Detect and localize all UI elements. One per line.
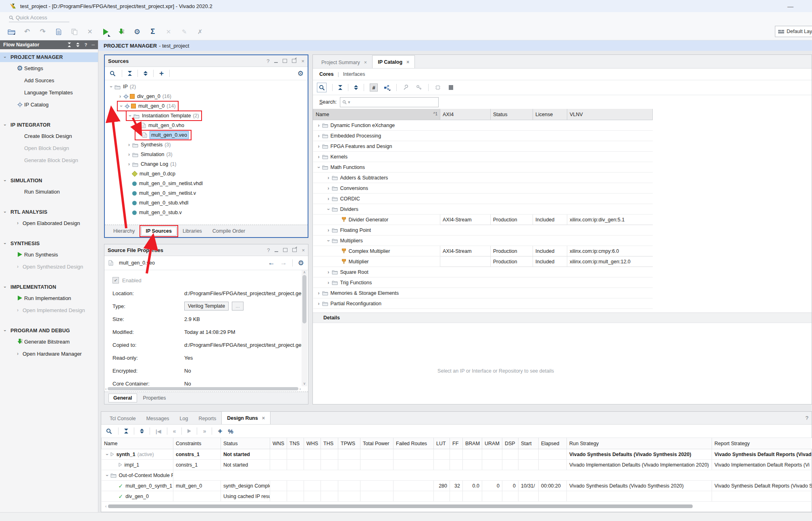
collapse-chevron-icon[interactable]: › (326, 206, 331, 213)
step-back-icon[interactable]: « (173, 428, 176, 434)
catalog-row[interactable]: ›Math Functions (313, 162, 653, 173)
minimize-window-icon[interactable]: — (787, 3, 793, 10)
license-key-icon[interactable] (415, 84, 423, 91)
tab-general[interactable]: General (108, 394, 137, 402)
tree-row[interactable]: ›Change Log(1) (105, 159, 308, 169)
copy-button[interactable] (70, 28, 78, 36)
forward-arrow-icon[interactable]: → (280, 259, 287, 267)
tab-properties[interactable]: Properties (139, 394, 171, 402)
layout-selector-button[interactable]: Default Layout (775, 26, 812, 37)
checkbox-checked-icon[interactable]: ✔ (112, 277, 119, 283)
catalog-row[interactable]: ›CORDIC (313, 194, 653, 204)
column-header-axi4[interactable]: AXI4 (440, 109, 491, 120)
runs-column-dsp[interactable]: DSP (502, 438, 518, 449)
bottom-tab-reports[interactable]: Reports (193, 413, 221, 424)
column-header-name[interactable]: Name^1 (313, 109, 440, 120)
search-icon[interactable] (109, 70, 116, 77)
runs-column-elapsed[interactable]: Elapsed (539, 438, 567, 449)
back-arrow-icon[interactable]: ← (268, 259, 275, 267)
catalog-search-input[interactable]: ▾ (340, 97, 439, 107)
minimize-panel-icon[interactable]: ─ (92, 42, 95, 47)
expand-all-icon[interactable] (76, 42, 80, 47)
run-button[interactable] (102, 28, 110, 36)
bottom-tab-messages[interactable]: Messages (141, 413, 175, 424)
clear-marker-button[interactable]: ✗ (196, 28, 204, 36)
panel-float-icon[interactable] (292, 248, 297, 252)
tree-row[interactable]: mult_gen_0_sim_netlist.v (105, 188, 308, 198)
flow-section-project-manager[interactable]: ›PROJECT MANAGER (0, 52, 98, 62)
type-button[interactable]: Verilog Template (184, 302, 229, 311)
catalog-row[interactable]: ›Floating Point (313, 225, 653, 235)
expand-chevron-icon[interactable]: › (325, 185, 332, 191)
catalog-row[interactable]: ›FPGA Features and Design (313, 141, 653, 152)
expand-all-icon[interactable] (140, 429, 144, 433)
runs-column-start[interactable]: Start (518, 438, 539, 449)
undo-button[interactable]: ↶ (23, 28, 31, 36)
column-header-status[interactable]: Status (491, 109, 533, 120)
sum-reports-button[interactable]: Σ (149, 28, 157, 36)
catalog-row[interactable]: ›Partial Reconfiguration (313, 298, 653, 309)
flow-section-program-and-debug[interactable]: ›PROGRAM AND DEBUG (0, 326, 98, 336)
catalog-row[interactable]: ›Kernels (313, 152, 653, 162)
subtab-cores[interactable]: Cores (319, 71, 333, 77)
panel-maximize-icon[interactable] (283, 248, 287, 252)
tree-row[interactable]: ›Instantiation Template(2) (105, 111, 308, 121)
catalog-row[interactable]: ›Square Root (313, 267, 653, 277)
close-tab-icon[interactable]: × (364, 60, 367, 65)
panel-minimize-icon[interactable] (274, 62, 278, 63)
collapse-all-icon[interactable] (67, 42, 71, 47)
catalog-row[interactable]: ›Trig Functions (313, 277, 653, 288)
more-options-button[interactable]: ... (232, 302, 243, 311)
tree-row[interactable]: ›IP(2) (105, 82, 308, 92)
panel-help-icon[interactable]: ? (267, 58, 269, 64)
flow-item-open-elaborated-design[interactable]: ›Open Elaborated Design (0, 217, 98, 229)
expand-all-icon[interactable] (354, 85, 358, 90)
subtab-interfaces[interactable]: Interfaces (343, 71, 365, 77)
flow-item-run-implementation[interactable]: Run Implementation (0, 292, 98, 304)
panel-close-icon[interactable]: × (302, 247, 305, 253)
flow-item-create-block-design[interactable]: Create Block Design (0, 130, 98, 142)
expand-chevron-icon[interactable]: › (117, 94, 123, 99)
catalog-header-row[interactable]: Name^1AXI4StatusLicenseVLNV (313, 109, 653, 120)
catalog-row[interactable]: ›Multipliers (313, 235, 653, 246)
runs-column-tpws[interactable]: TPWS (338, 438, 360, 449)
runs-column-failed-routes[interactable]: Failed Routes (394, 438, 434, 449)
flow-item-language-templates[interactable]: Language Templates (0, 86, 98, 98)
flow-item-settings[interactable]: ⚙Settings (0, 62, 98, 74)
collapse-chevron-icon[interactable]: › (316, 164, 322, 171)
expand-chevron-icon[interactable]: › (325, 280, 332, 286)
flow-section-implementation[interactable]: ›IMPLEMENTATION (0, 282, 98, 292)
column-header-license[interactable]: License (533, 109, 567, 120)
runs-column-name[interactable]: Name (102, 438, 173, 449)
runs-column-report-strategy[interactable]: Report Strategy (712, 438, 812, 449)
column-header-vlnv[interactable]: VLNV (567, 109, 653, 120)
catalog-row[interactable]: MultiplierProductionIncludedxilinx.com:i… (313, 256, 653, 267)
catalog-row[interactable]: ›Adders & Subtracters (313, 173, 653, 183)
runs-column-tns[interactable]: TNS (287, 438, 304, 449)
flow-section-synthesis[interactable]: ›SYNTHESIS (0, 239, 98, 248)
ip-hierarchy-icon[interactable] (383, 84, 391, 91)
tab-libraries[interactable]: Libraries (178, 227, 206, 235)
runs-column-total-power[interactable]: Total Power (360, 438, 394, 449)
runs-column-uram[interactable]: URAM (482, 438, 502, 449)
catalog-row[interactable]: ›Conversions (313, 183, 653, 194)
panel-maximize-icon[interactable] (283, 59, 287, 63)
percent-icon[interactable]: % (228, 428, 233, 435)
catalog-row[interactable]: Divider GeneratorAXI4-StreamProductionIn… (313, 215, 653, 225)
collapse-chevron-icon[interactable]: › (127, 113, 133, 119)
panel-float-icon[interactable] (292, 59, 296, 63)
runs-column-status[interactable]: Status (221, 438, 270, 449)
settings-gear-icon[interactable]: ⚙ (133, 28, 141, 36)
group-by-filter-icon[interactable]: # (370, 83, 378, 92)
search-icon[interactable] (317, 83, 327, 92)
expand-chevron-icon[interactable]: › (316, 123, 322, 128)
chip-icon[interactable] (434, 84, 441, 91)
tab-hierarchy[interactable]: Hierarchy (109, 227, 139, 235)
expand-chevron-icon[interactable]: › (126, 152, 132, 157)
horizontal-scrollbar[interactable]: ‹› (105, 386, 301, 391)
expand-chevron-icon[interactable]: › (126, 142, 132, 148)
bottom-tab-design-runs[interactable]: Design Runs× (221, 411, 271, 424)
flow-item-open-hardware-manager[interactable]: ›Open Hardware Manager (0, 348, 98, 360)
flow-item-run-synthesis[interactable]: Run Synthesis (0, 248, 98, 260)
panel-help-icon[interactable]: ? (267, 247, 270, 253)
